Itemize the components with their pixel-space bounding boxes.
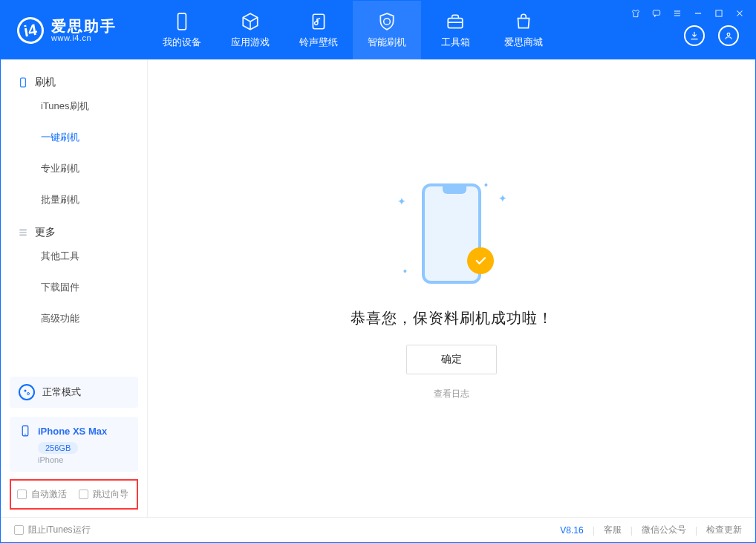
success-message: 恭喜您，保资料刷机成功啦！	[351, 308, 553, 328]
device-icon	[17, 77, 29, 88]
nav-apps-games[interactable]: 应用游戏	[216, 1, 284, 59]
nav-smart-flash[interactable]: 智能刷机	[353, 1, 421, 59]
tshirt-icon[interactable]	[630, 8, 641, 19]
menu-icon[interactable]	[672, 8, 682, 19]
main-content: ✦ ✦ • • 恭喜您，保资料刷机成功啦！ 确定 查看日志	[148, 59, 755, 517]
svg-rect-1	[313, 14, 324, 29]
bag-icon	[514, 12, 533, 31]
svg-point-7	[25, 390, 27, 392]
feedback-icon[interactable]	[651, 8, 662, 19]
block-itunes-checkbox[interactable]: 阻止iTunes运行	[14, 524, 91, 536]
check-badge-icon	[467, 247, 494, 274]
shield-refresh-icon	[377, 12, 397, 31]
top-nav: 我的设备 应用游戏 铃声壁纸 智能刷机 工具箱 爱思商城	[148, 1, 558, 59]
maximize-icon[interactable]	[714, 8, 724, 19]
nav-toolbox[interactable]: 工具箱	[421, 1, 489, 59]
sparkle-icon: •	[403, 265, 407, 277]
sidebar-item-advanced[interactable]: 高级功能	[1, 303, 147, 334]
svg-rect-0	[178, 13, 186, 30]
svg-rect-5	[716, 10, 722, 16]
checkbox-icon	[17, 490, 27, 499]
sparkle-icon: •	[484, 179, 488, 191]
sidebar-item-onekey-flash[interactable]: 一键刷机	[1, 122, 147, 153]
nav-my-device[interactable]: 我的设备	[148, 1, 216, 59]
sparkle-icon: ✦	[397, 195, 406, 207]
checkbox-icon	[14, 525, 24, 535]
minimize-icon[interactable]	[693, 8, 703, 19]
footer-link-wechat[interactable]: 微信公众号	[642, 524, 686, 536]
download-icon	[689, 30, 700, 41]
svg-point-3	[727, 33, 730, 36]
footer-link-update[interactable]: 检查更新	[706, 524, 742, 536]
window-controls	[630, 8, 745, 19]
cube-icon	[241, 12, 260, 31]
app-name: 爱思助手	[51, 19, 117, 33]
device-type: iPhone	[38, 455, 129, 464]
footer-link-support[interactable]: 客服	[604, 524, 622, 536]
mode-icon	[19, 384, 35, 400]
svg-rect-4	[653, 10, 659, 15]
logo-icon: i4	[15, 15, 46, 46]
footer-right: V8.16 | 客服 | 微信公众号 | 检查更新	[560, 524, 742, 536]
footer: 阻止iTunes运行 V8.16 | 客服 | 微信公众号 | 检查更新	[1, 517, 755, 542]
phone-icon	[172, 12, 192, 31]
sidebar-item-itunes-flash[interactable]: iTunes刷机	[1, 91, 147, 122]
download-button[interactable]	[684, 25, 705, 46]
opt-skip-guide[interactable]: 跳过向导	[79, 488, 128, 501]
body: 刷机 iTunes刷机 一键刷机 专业刷机 批量刷机 更多 其他工具 下载固件 …	[1, 59, 755, 517]
toolbox-icon	[446, 12, 465, 31]
device-capacity: 256GB	[38, 442, 78, 454]
header: i4 爱思助手 www.i4.cn 我的设备 应用游戏 铃声壁纸 智能刷机	[1, 1, 755, 59]
sidebar-group-flash: 刷机	[1, 65, 147, 91]
opt-auto-activate[interactable]: 自动激活	[17, 488, 67, 501]
close-icon[interactable]	[734, 8, 745, 19]
nav-ringtones-wallpapers[interactable]: 铃声壁纸	[284, 1, 353, 59]
svg-rect-6	[21, 78, 26, 87]
checkbox-icon	[79, 490, 88, 499]
flash-options: 自动激活 跳过向导	[10, 479, 138, 510]
sidebar-item-pro-flash[interactable]: 专业刷机	[1, 153, 147, 184]
app-url: www.i4.cn	[51, 33, 117, 42]
confirm-button[interactable]: 确定	[406, 345, 497, 374]
logo: i4 爱思助手 www.i4.cn	[1, 1, 148, 59]
device-panel[interactable]: iPhone XS Max 256GB iPhone	[10, 417, 138, 472]
music-file-icon	[309, 12, 328, 31]
sidebar-group-more: 更多	[1, 215, 147, 241]
view-log-link[interactable]: 查看日志	[434, 388, 469, 400]
phone-small-icon	[19, 424, 32, 438]
sidebar-item-download-firmware[interactable]: 下载固件	[1, 272, 147, 303]
app-window: i4 爱思助手 www.i4.cn 我的设备 应用游戏 铃声壁纸 智能刷机	[0, 0, 756, 543]
sparkle-icon: ✦	[498, 192, 507, 204]
success-illustration: ✦ ✦ • •	[396, 176, 507, 295]
device-name: iPhone XS Max	[38, 426, 107, 437]
mode-panel[interactable]: 正常模式	[10, 377, 138, 408]
header-right	[684, 25, 739, 46]
footer-left: 阻止iTunes运行	[14, 524, 91, 536]
sidebar: 刷机 iTunes刷机 一键刷机 专业刷机 批量刷机 更多 其他工具 下载固件 …	[1, 59, 148, 517]
user-icon	[723, 30, 734, 41]
list-icon	[17, 227, 29, 238]
svg-point-8	[27, 393, 30, 395]
user-button[interactable]	[718, 25, 739, 46]
version-label: V8.16	[560, 525, 583, 536]
mode-label: 正常模式	[42, 386, 81, 399]
svg-point-10	[25, 434, 26, 435]
nav-store[interactable]: 爱思商城	[489, 1, 558, 59]
sidebar-item-batch-flash[interactable]: 批量刷机	[1, 184, 147, 215]
svg-rect-2	[448, 18, 463, 27]
sidebar-item-other-tools[interactable]: 其他工具	[1, 241, 147, 272]
